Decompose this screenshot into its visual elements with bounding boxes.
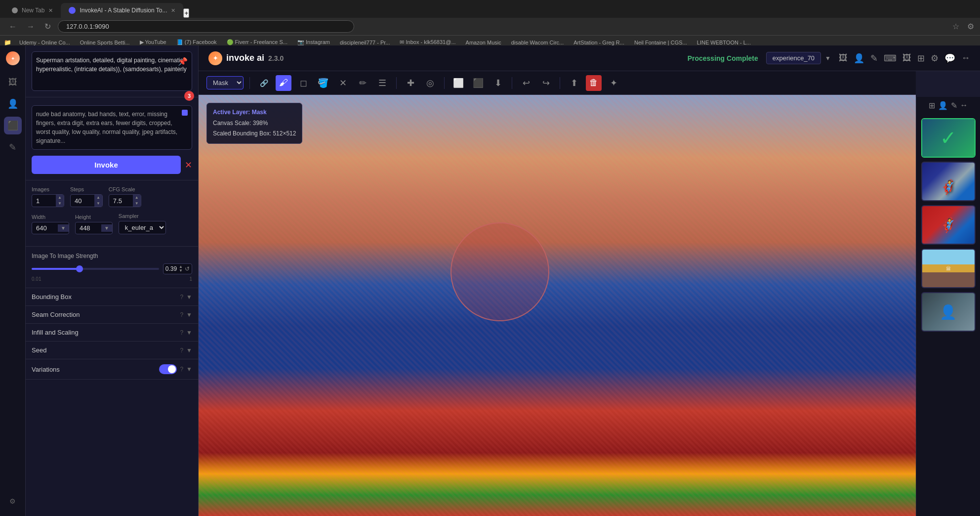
header-icon-gallery[interactable]: 🖼: [839, 53, 848, 64]
cfg-input-wrap[interactable]: ▲ ▼: [109, 194, 141, 207]
accordion-infill-header[interactable]: Infill and Scaling ? ▼: [26, 324, 198, 341]
header-icon-keyboard[interactable]: ⌨: [884, 53, 897, 64]
positive-prompt-box[interactable]: Superman artstation, detailed, digital p…: [32, 51, 192, 91]
toolbar-eraser-btn[interactable]: ◻: [295, 75, 311, 91]
sidebar-icon-settings[interactable]: ⚙: [4, 492, 22, 510]
images-down[interactable]: ▼: [56, 201, 64, 207]
images-input-wrap[interactable]: ▲ ▼: [32, 194, 64, 207]
img2img-slider-thumb[interactable]: [76, 265, 83, 272]
new-tab-button[interactable]: +: [183, 8, 189, 18]
bookmark-star[interactable]: ☆: [952, 22, 959, 31]
header-icon-discord[interactable]: 💬: [944, 53, 955, 64]
steps-input[interactable]: [71, 195, 94, 207]
width-input-wrap[interactable]: ▼: [32, 222, 69, 234]
steps-input-wrap[interactable]: ▲ ▼: [70, 194, 103, 207]
reload-button[interactable]: ↻: [41, 21, 54, 32]
toolbar-link-btn[interactable]: 🔗: [256, 75, 272, 91]
toolbar-close-btn[interactable]: ✕: [335, 75, 351, 91]
images-input[interactable]: [32, 195, 56, 207]
images-param: Images ▲ ▼: [32, 186, 64, 207]
right-icon-pen[interactable]: ✎: [951, 101, 957, 110]
height-dropdown[interactable]: ▼: [101, 224, 112, 232]
steps-down[interactable]: ▼: [94, 201, 102, 207]
sampler-select[interactable]: k_euler_a k_euler k_dpm_2: [119, 221, 166, 234]
experience-badge[interactable]: experience_70: [766, 52, 821, 64]
accordion-infill-info[interactable]: ?: [180, 329, 183, 336]
invoke-button[interactable]: Invoke: [32, 156, 181, 174]
toolbar-redo-btn[interactable]: ↪: [538, 75, 554, 91]
neg-badge: [182, 110, 188, 116]
height-input[interactable]: [76, 222, 101, 234]
thumbnail-5[interactable]: 👤: [921, 292, 976, 332]
thumbnail-4[interactable]: 🏛: [921, 249, 976, 288]
img2img-reset[interactable]: ↺: [185, 265, 190, 272]
back-button[interactable]: ←: [6, 21, 20, 32]
address-bar[interactable]: 127.0.0.1:9090: [58, 20, 354, 33]
toolbar-upload-btn[interactable]: ⬆: [566, 75, 582, 91]
toolbar-download1-btn[interactable]: ⬇: [490, 75, 506, 91]
header-icon-move[interactable]: ↔: [961, 53, 970, 64]
header-icon-menu1[interactable]: ⊞: [917, 53, 925, 64]
toolbar-pen-btn[interactable]: ✏: [355, 75, 370, 91]
header-icon-users[interactable]: 👤: [854, 53, 864, 64]
tab-invoke[interactable]: InvokeAI - A Stable Diffusion To... ✕: [61, 3, 183, 18]
app-header: ✦ invoke ai 2.3.0 Processing Complete ex…: [199, 45, 980, 71]
tab-close[interactable]: ✕: [48, 7, 53, 14]
toolbar-layer2-btn[interactable]: ⬛: [470, 75, 486, 91]
toolbar-add-btn[interactable]: ✚: [403, 75, 418, 91]
variations-toggle[interactable]: [159, 364, 177, 374]
forward-button[interactable]: →: [24, 21, 38, 32]
sidebar-icon-edit[interactable]: ✎: [4, 138, 22, 156]
tab-new[interactable]: New Tab ✕: [4, 3, 61, 18]
toolbar-list-btn[interactable]: ☰: [374, 75, 390, 91]
cfg-up[interactable]: ▲: [133, 195, 141, 201]
experience-dropdown[interactable]: ▼: [825, 55, 831, 62]
img2img-down[interactable]: ▼: [179, 269, 183, 273]
thumbnail-3[interactable]: 🦸: [921, 205, 976, 245]
cfg-input[interactable]: [109, 195, 133, 207]
cfg-down[interactable]: ▼: [133, 201, 141, 207]
img2img-slider-track[interactable]: [32, 268, 159, 270]
steps-up[interactable]: ▲: [94, 195, 102, 201]
right-icon-grid[interactable]: ⊞: [929, 101, 935, 110]
canvas-wrapper[interactable]: Active Layer: Mask Canvas Scale: 398% Sc…: [199, 95, 916, 516]
width-input[interactable]: [32, 222, 58, 234]
pin-icon[interactable]: 📌: [178, 56, 188, 68]
right-icon-move[interactable]: ↔: [960, 101, 968, 110]
accordion-seam-header[interactable]: Seam Correction ? ▼: [26, 306, 198, 323]
sidebar-icon-layers[interactable]: ⬛: [4, 117, 22, 134]
tab-close-invoke[interactable]: ✕: [171, 7, 175, 14]
sampler-param: Sampler k_euler_a k_euler k_dpm_2: [119, 213, 166, 234]
sidebar-icon-users[interactable]: 👤: [4, 95, 22, 113]
header-icon-image2[interactable]: 🖼: [902, 53, 911, 64]
accordion-seed-header[interactable]: Seed ? ▼: [26, 342, 198, 359]
header-icon-github[interactable]: ⚙: [931, 53, 939, 64]
toolbar-brush-btn[interactable]: 🖌: [276, 75, 291, 91]
width-dropdown[interactable]: ▼: [58, 224, 69, 232]
accordion-seed-info[interactable]: ?: [180, 347, 183, 354]
accordion-seam-info[interactable]: ?: [180, 311, 183, 318]
sidebar-icon-image[interactable]: 🖼: [4, 73, 22, 91]
thumbnail-2[interactable]: 🦸: [921, 162, 976, 201]
accordion-bounding-box-info[interactable]: ?: [180, 294, 183, 301]
images-up[interactable]: ▲: [56, 195, 64, 201]
right-icon-person[interactable]: 👤: [938, 101, 948, 110]
invoke-cancel-button[interactable]: ✕: [185, 160, 192, 171]
toolbar-circle-btn[interactable]: ◎: [422, 75, 438, 91]
accordion-variations-info[interactable]: ?: [180, 366, 183, 373]
toolbar-sep-2: [396, 77, 397, 89]
toolbar-bucket-btn[interactable]: 🪣: [315, 75, 331, 91]
accordion-bounding-box-header[interactable]: Bounding Box ? ▼: [26, 288, 198, 305]
header-icon-pen[interactable]: ✎: [870, 53, 878, 64]
height-input-wrap[interactable]: ▼: [75, 222, 113, 234]
toolbar-layer1-btn[interactable]: ⬜: [450, 75, 466, 91]
extensions-icon[interactable]: ⚙: [967, 22, 974, 31]
toolbar-wand-btn[interactable]: ✦: [606, 75, 621, 91]
mask-select[interactable]: Mask Image: [206, 76, 244, 89]
accordion-variations-header[interactable]: Variations ? ▼: [26, 359, 198, 379]
img2img-value-wrap[interactable]: 0.39 ▲ ▼ ↺: [163, 263, 192, 274]
toolbar-delete-btn[interactable]: 🗑: [586, 75, 602, 91]
negative-prompt-box[interactable]: nude bad anatomy, bad hands, text, error…: [32, 105, 192, 150]
toolbar-undo-btn[interactable]: ↩: [518, 75, 534, 91]
thumbnail-1[interactable]: ✓: [921, 118, 976, 158]
